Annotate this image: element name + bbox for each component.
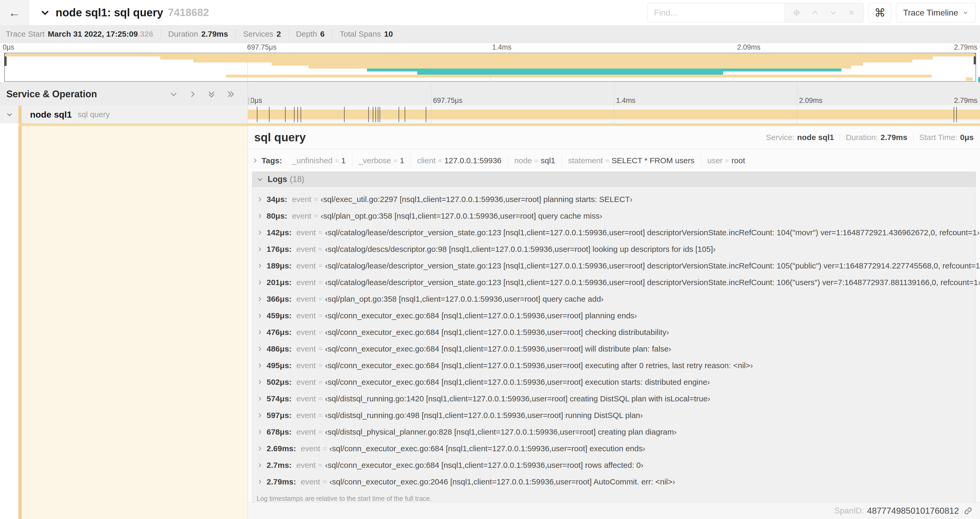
- log-row[interactable]: 189μs:event=‹sql/catalog/lease/descripto…: [252, 257, 975, 274]
- view-selector-button[interactable]: Trace Timeline: [896, 3, 976, 22]
- find-input[interactable]: [648, 3, 784, 22]
- collapse-all-double-chevron-down-icon[interactable]: [207, 89, 216, 99]
- log-chevron-right-icon: [256, 379, 263, 385]
- timeline-ruler: 0μs697.75μs1.4ms2.09ms2.79ms: [248, 83, 980, 106]
- service-operation-header: Service & Operation: [0, 83, 248, 106]
- span-row-timeline-cell[interactable]: [248, 105, 980, 123]
- log-row[interactable]: 2.7ms:event=‹sql/conn_executor_exec.go:6…: [252, 457, 975, 473]
- tags-toggle[interactable]: Tags:: [251, 156, 286, 165]
- log-chevron-right-icon: [256, 396, 263, 402]
- start-time-label: Start Time:: [919, 133, 957, 142]
- log-row[interactable]: 486μs:event=‹sql/conn_executor_exec.go:6…: [252, 340, 975, 357]
- summary-divider: [235, 30, 236, 38]
- log-row[interactable]: 176μs:event=‹sql/catalog/descs/descripto…: [252, 241, 975, 257]
- log-row[interactable]: 2.79ms:event=‹sql/conn_executor_exec.go:…: [252, 473, 975, 490]
- tick-label: 0μs: [3, 43, 14, 51]
- back-arrow-icon: ←: [8, 6, 21, 20]
- log-timestamp: 597μs:: [267, 411, 292, 420]
- trace-title-chevron-down-icon[interactable]: [40, 7, 50, 18]
- span-detail-panel: sql query Service: node sql1 Duration: 2…: [248, 126, 980, 519]
- log-field-value: ‹sql/conn_executor_exec.go:684 [nsql1,cl…: [325, 345, 671, 353]
- log-field-key: event: [296, 295, 316, 303]
- log-timestamp: 459μs:: [267, 311, 292, 320]
- tick-label: 1.4ms: [616, 96, 636, 105]
- log-field-value: ‹sql/conn_executor_exec.go:684 [nsql1,cl…: [325, 328, 669, 337]
- collapse-one-chevron-down-icon[interactable]: [169, 89, 178, 99]
- span-color-stripe: [18, 126, 22, 519]
- log-row[interactable]: 34μs:event=‹sql/exec_util.go:2297 [nsql1…: [252, 191, 975, 208]
- log-marker: [405, 107, 405, 122]
- keyboard-shortcuts-button[interactable]: ⌘: [869, 3, 891, 22]
- log-field-key: event: [296, 278, 316, 287]
- summary-value-fraction: .326: [138, 30, 153, 38]
- log-row[interactable]: 476μs:event=‹sql/conn_executor_exec.go:6…: [252, 324, 975, 340]
- find-clear-icon[interactable]: [845, 6, 858, 19]
- summary-label: Depth: [296, 30, 317, 38]
- tick-label: 2.79ms: [954, 43, 977, 51]
- log-equals: =: [318, 411, 322, 419]
- log-row[interactable]: 574μs:event=‹sql/distsql_running.go:1420…: [252, 390, 975, 407]
- log-equals: =: [318, 328, 322, 336]
- logs-header[interactable]: Logs (18): [252, 172, 976, 187]
- span-row-name-cell[interactable]: node sql1 sql query: [0, 105, 248, 123]
- log-chevron-right-icon: [256, 213, 263, 219]
- summary-label: Duration: [168, 30, 198, 38]
- log-chevron-right-icon: [256, 429, 263, 435]
- expand-all-double-chevron-right-icon[interactable]: [226, 89, 235, 99]
- tag-equals: =: [438, 156, 442, 165]
- tick-label: 697.75μs: [433, 96, 463, 105]
- log-field-key: event: [296, 411, 316, 420]
- log-row[interactable]: 366μs:event=‹sql/plan_opt.go:358 [nsql1,…: [252, 291, 975, 307]
- tag-value: 1: [341, 156, 346, 165]
- minimap-span: [367, 69, 842, 72]
- span-detail-header: sql query Service: node sql1 Duration: 2…: [248, 126, 980, 149]
- log-equals: =: [318, 394, 322, 403]
- tag-key: client: [417, 156, 436, 165]
- minimap-span: [417, 72, 723, 74]
- log-row[interactable]: 201μs:event=‹sql/catalog/lease/descripto…: [252, 274, 975, 291]
- selected-span-highlight: [22, 126, 248, 519]
- back-button[interactable]: ←: [0, 0, 29, 25]
- column-resizer[interactable]: [248, 97, 251, 105]
- minimap-span: [160, 56, 933, 59]
- tick-label: 1.4ms: [492, 43, 512, 51]
- service-operation-title: Service & Operation: [0, 89, 169, 100]
- log-row[interactable]: 2.69ms:event=‹sql/conn_executor_exec.go:…: [252, 440, 975, 457]
- tag-value: 1: [400, 156, 404, 165]
- tag-item: user=root: [701, 155, 751, 166]
- log-row[interactable]: 459μs:event=‹sql/conn_executor_exec.go:6…: [252, 307, 975, 324]
- log-row[interactable]: 678μs:event=‹sql/distsql_physical_planne…: [252, 423, 975, 440]
- tag-item: statement=SELECT * FROM users: [562, 155, 701, 166]
- find-prev-chevron-up-icon[interactable]: [809, 6, 821, 19]
- log-field-value: ‹sql/exec_util.go:2297 [nsql1,client=127…: [321, 195, 633, 204]
- span-row[interactable]: node sql1 sql query: [0, 105, 980, 123]
- expand-one-chevron-right-icon[interactable]: [188, 89, 197, 99]
- find-next-chevron-down-icon[interactable]: [827, 6, 840, 19]
- log-row[interactable]: 495μs:event=‹sql/conn_executor_exec.go:6…: [252, 357, 975, 374]
- log-row[interactable]: 597μs:event=‹sql/distsql_running.go:498 …: [252, 407, 975, 423]
- span-chevron-down-icon[interactable]: [6, 111, 13, 118]
- tick-label: 2.79ms: [954, 96, 977, 105]
- tags-chevron-right-icon: [251, 157, 258, 164]
- span-detail-meta: Service: node sql1 Duration: 2.79ms Star…: [766, 133, 974, 142]
- log-row[interactable]: 80μs:event=‹sql/plan_opt.go:358 [nsql1,c…: [252, 208, 975, 224]
- tag-value: sql1: [541, 156, 555, 165]
- deep-link-icon[interactable]: [964, 506, 973, 515]
- span-tree-column: [0, 126, 248, 519]
- log-field-value: ‹sql/catalog/lease/descriptor_version_st…: [325, 278, 980, 287]
- tag-item: client=127.0.0.1:59936: [410, 155, 508, 166]
- log-timestamp: 80μs:: [267, 211, 287, 220]
- log-field-value: ‹sql/conn_executor_exec.go:684 [nsql1,cl…: [329, 444, 645, 453]
- locate-icon[interactable]: [790, 6, 803, 19]
- log-equals: =: [318, 278, 322, 286]
- minimap-canvas[interactable]: [4, 53, 976, 82]
- summary-value: 6: [320, 30, 325, 38]
- logs-label: Logs: [268, 174, 287, 184]
- trace-id: 7418682: [168, 6, 209, 18]
- log-equals: =: [318, 262, 322, 270]
- log-marker: [956, 107, 957, 122]
- log-timestamp: 142μs:: [267, 228, 292, 237]
- tag-item: _unfinished=1: [286, 155, 352, 166]
- log-row[interactable]: 142μs:event=‹sql/catalog/lease/descripto…: [252, 224, 975, 241]
- log-row[interactable]: 502μs:event=‹sql/conn_executor_exec.go:6…: [252, 374, 975, 390]
